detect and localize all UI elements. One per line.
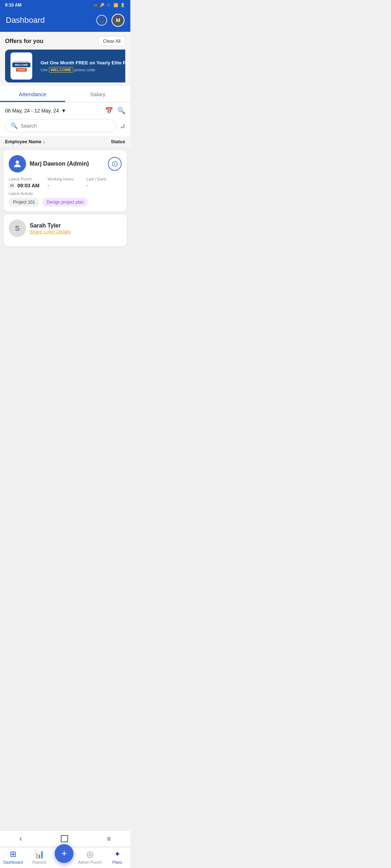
sarah-info: Sarah Tyler Share Login Details xyxy=(30,222,122,234)
bluetooth-icon: 🔵 xyxy=(106,3,112,8)
late-early-col: Late / Early - xyxy=(87,177,122,188)
working-hours-value: - xyxy=(47,183,83,188)
search-input[interactable] xyxy=(21,123,111,129)
battery-icon: 🔋 xyxy=(120,3,125,8)
welcome-badge: WELCOME xyxy=(12,63,30,67)
tab-salary[interactable]: Salary xyxy=(65,86,130,102)
offer-promo: Use WELCOME promo code xyxy=(41,68,125,72)
emp-name-marj: Marj Dawson (Admin) xyxy=(30,161,104,167)
emp-info-marj: Latest Punch IN 09:03 AM Working Hours -… xyxy=(9,177,122,188)
latest-punch-label: Latest Punch xyxy=(9,177,44,181)
date-action-icons: 📅 🔍 xyxy=(105,107,125,115)
search-row: 🔍 ⊿ xyxy=(0,119,130,136)
employee-name-header: Employee Name ↓ xyxy=(5,139,45,144)
search-input-wrap: 🔍 xyxy=(5,119,116,132)
promo-suffix: promo code xyxy=(74,68,95,72)
promo-use-text: Use xyxy=(41,68,48,72)
punch-in-badge: IN xyxy=(9,183,15,188)
tag-project[interactable]: Project 101 xyxy=(9,198,39,207)
key-icon: 🔑 xyxy=(100,3,105,8)
offer-main-text: Get One Month FREE on Yearly Elite Plan xyxy=(41,60,125,66)
support-icon[interactable]: 🎧 xyxy=(96,15,107,26)
latest-activity-label: Latest Activity xyxy=(9,191,122,196)
chevron-down-icon: ▼ xyxy=(61,108,66,114)
date-selector[interactable]: 06 May, 24 - 12 May, 24 ▼ xyxy=(5,108,66,114)
offer-badge: OFFER xyxy=(16,68,27,72)
page-title: Dashboard xyxy=(6,16,45,25)
clear-all-button[interactable]: Clear All xyxy=(98,36,125,46)
promo-code: WELCOME xyxy=(49,67,73,73)
late-early-value: - xyxy=(87,183,122,188)
emp-name-sarah: Sarah Tyler xyxy=(30,222,122,229)
offers-scroll: FOR LIMITED PERIOD WELCOME OFFER Get One… xyxy=(5,50,125,82)
offer-text: Get One Month FREE on Yearly Elite Plan … xyxy=(38,56,125,76)
working-hours-col: Working Hours - xyxy=(47,177,83,188)
tab-attendance[interactable]: Attendance xyxy=(0,86,65,102)
phone-mockup: FOR LIMITED PERIOD WELCOME OFFER xyxy=(10,52,32,80)
employee-card-marj: Marj Dawson (Admin) Latest Punch IN 09:0… xyxy=(4,150,127,212)
camera-icon: 📹 xyxy=(93,3,98,8)
emp-card-header-marj: Marj Dawson (Admin) xyxy=(9,155,122,173)
punch-time-value: IN 09:03 AM xyxy=(9,183,44,188)
employees-list: Marj Dawson (Admin) Latest Punch IN 09:0… xyxy=(0,147,130,249)
punch-button-marj[interactable] xyxy=(108,157,122,171)
date-row: 06 May, 24 - 12 May, 24 ▼ 📅 🔍 xyxy=(0,102,130,119)
offers-section: Offers for you Clear All FOR LIMITED PER… xyxy=(0,32,130,86)
avatar[interactable]: M xyxy=(112,14,125,27)
emp-avatar-marj xyxy=(9,155,26,173)
status-bar: 9:10 AM 📹 🔑 🔵 📶 🔋 xyxy=(0,0,130,10)
emp-avatar-sarah: S xyxy=(9,220,26,237)
svg-point-0 xyxy=(16,161,19,164)
late-early-label: Late / Early xyxy=(87,177,122,181)
latest-punch-col: Latest Punch IN 09:03 AM xyxy=(9,177,44,188)
status-time: 9:10 AM xyxy=(5,3,22,8)
status-icons: 📹 🔑 🔵 📶 🔋 xyxy=(93,3,125,8)
sort-icon: ↓ xyxy=(43,139,45,144)
employee-card-sarah: S Sarah Tyler Share Login Details xyxy=(4,214,127,246)
tag-task[interactable]: Design project plan xyxy=(42,198,88,207)
share-login-link[interactable]: Share Login Details xyxy=(30,229,122,234)
date-range-text: 06 May, 24 - 12 May, 24 xyxy=(5,108,59,114)
working-hours-label: Working Hours xyxy=(47,177,83,181)
calendar-icon[interactable]: 📅 xyxy=(105,107,113,115)
search-icon-small: 🔍 xyxy=(10,122,18,129)
filter-icon[interactable]: ⊿ xyxy=(120,122,125,130)
search-icon[interactable]: 🔍 xyxy=(117,107,125,115)
activity-tags: Project 101 Design project plan xyxy=(9,198,122,207)
offer-card-1[interactable]: FOR LIMITED PERIOD WELCOME OFFER Get One… xyxy=(5,50,125,82)
wifi-icon: 📶 xyxy=(113,3,118,8)
table-header: Employee Name ↓ Status xyxy=(0,136,130,147)
offer-image: FOR LIMITED PERIOD WELCOME OFFER xyxy=(5,50,38,82)
status-header: Status xyxy=(111,139,125,144)
offers-title: Offers for you xyxy=(5,38,43,44)
offers-header: Offers for you Clear All xyxy=(5,36,125,46)
tabs-section: Attendance Salary xyxy=(0,86,130,102)
limited-text: FOR LIMITED PERIOD xyxy=(14,61,29,63)
header-actions: 🎧 M xyxy=(96,14,125,27)
app-header: Dashboard 🎧 M xyxy=(0,10,130,32)
emp-card-header-sarah: S Sarah Tyler Share Login Details xyxy=(9,220,122,237)
